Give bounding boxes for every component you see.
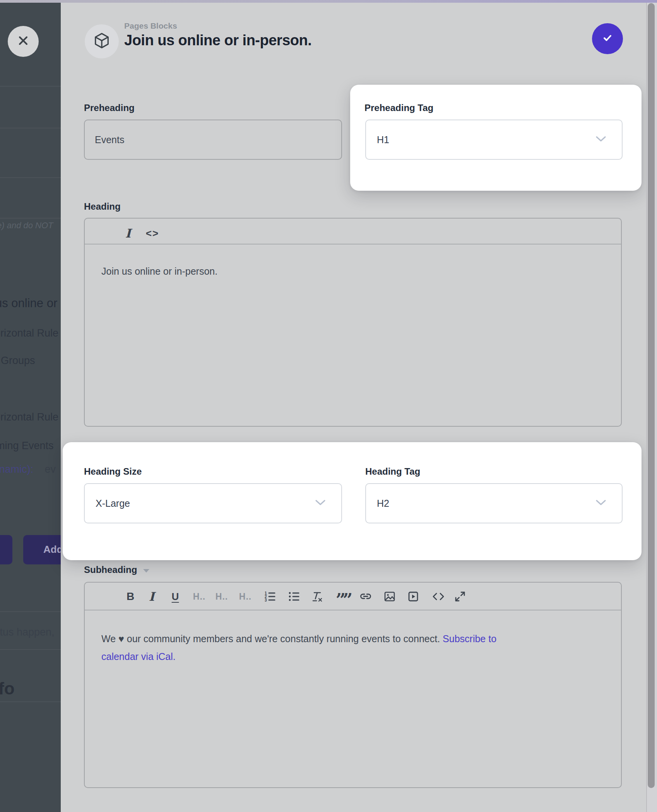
divider <box>0 701 61 702</box>
top-strip <box>0 0 657 3</box>
divider <box>0 611 61 612</box>
heading-size-tag-card: Heading Size X-Large Heading Tag H2 <box>63 442 642 560</box>
blockquote-button[interactable]: ”” <box>336 590 350 603</box>
clipped-text: Groups <box>1 355 35 367</box>
add-button[interactable]: Add <box>23 535 61 564</box>
chevron-down-icon <box>595 136 606 144</box>
heading-tag-label: Heading Tag <box>365 466 420 477</box>
divider <box>0 177 61 178</box>
subheading-label-text: Subheading <box>84 564 137 575</box>
heading-size-value: X-Large <box>96 498 130 509</box>
fullscreen-button[interactable] <box>453 590 467 603</box>
bold-button[interactable]: B <box>123 590 137 603</box>
close-icon <box>17 34 30 49</box>
close-button[interactable] <box>8 26 39 57</box>
subheading-editor-toolbar <box>85 583 621 610</box>
check-icon <box>601 31 614 46</box>
subheading-editor[interactable]: B I U H.. H.. H.. 1 2 3 <box>84 582 622 788</box>
clipped-text: ynamic): ev <box>0 463 56 475</box>
preheading-input[interactable] <box>84 120 342 160</box>
link-button[interactable] <box>359 590 373 603</box>
italic-button[interactable]: I <box>145 590 159 603</box>
divider <box>0 649 61 650</box>
screen: e) and do NOT us online or i orizontal R… <box>0 0 657 812</box>
code-button[interactable] <box>431 590 445 603</box>
subscribe-link-part1: Subscribe to <box>443 633 496 644</box>
subheading-editor-content[interactable]: We ♥ our community members and we're con… <box>101 630 601 665</box>
heading3-button[interactable]: H.. <box>238 590 252 603</box>
chevron-down-icon <box>595 499 606 507</box>
confirm-button[interactable] <box>592 23 623 54</box>
clipped-text: fo <box>0 679 15 698</box>
heading-size-select[interactable]: X-Large <box>84 483 342 523</box>
clipped-text-code: ev <box>45 463 56 475</box>
italic-button[interactable]: I <box>121 226 135 240</box>
caret-down-icon[interactable] <box>142 564 150 575</box>
divider <box>0 218 61 219</box>
clipped-text: ctus happen, <box>0 626 55 638</box>
subscribe-link-part2: calendar via iCal. <box>101 651 176 662</box>
code-button[interactable]: <> <box>145 226 159 240</box>
breadcrumb: Pages Blocks <box>124 21 177 31</box>
image-button[interactable] <box>383 590 397 603</box>
heading-editor[interactable]: I <> Join us online or in-person. <box>84 218 622 427</box>
clipped-text: e) and do NOT <box>0 221 53 231</box>
scrollbar-thumb[interactable] <box>648 3 655 788</box>
underline-button[interactable]: U <box>168 590 182 603</box>
heading-label: Heading <box>84 201 121 212</box>
chevron-down-icon <box>315 499 326 507</box>
divider <box>0 86 61 87</box>
preheading-label: Preheading <box>84 103 135 113</box>
heading-tag-value: H2 <box>377 498 389 509</box>
block-editor-panel: Pages Blocks Join us online or in-person… <box>61 3 646 812</box>
clipped-text-purple: ynamic): <box>0 463 33 475</box>
heading-editor-content[interactable]: Join us online or in-person. <box>101 266 217 277</box>
subheading-text: We ♥ our community members and we're con… <box>101 633 443 644</box>
preheading-tag-label: Preheading Tag <box>364 103 433 113</box>
bullet-list-button[interactable] <box>287 590 301 603</box>
clear-format-button[interactable] <box>310 590 324 603</box>
hidden-button[interactable] <box>0 535 12 564</box>
heading2-button[interactable]: H.. <box>215 590 229 603</box>
clipped-text: ming Events <box>0 440 54 452</box>
cube-icon <box>93 32 111 51</box>
heading-tag-select[interactable]: H2 <box>365 483 623 523</box>
block-icon-badge <box>85 24 119 58</box>
preheading-tag-select[interactable]: H1 <box>365 120 623 160</box>
divider <box>0 128 61 128</box>
clipped-text: us online or i <box>0 296 61 310</box>
heading1-button[interactable]: H.. <box>192 590 206 603</box>
preheading-tag-value: H1 <box>377 134 389 145</box>
ordered-list-button[interactable]: 1 2 3 <box>263 590 277 603</box>
heading-editor-toolbar <box>85 219 621 244</box>
svg-text:3: 3 <box>265 598 267 602</box>
video-button[interactable] <box>406 590 420 603</box>
subheading-label: Subheading <box>84 564 150 575</box>
page-title: Join us online or in-person. <box>124 32 311 49</box>
add-button-label: Add <box>43 544 61 556</box>
clipped-text: orizontal Rule <box>0 411 58 423</box>
preheading-tag-card: Preheading Tag H1 <box>350 85 642 191</box>
clipped-text: orizontal Rule <box>0 327 58 339</box>
background-page: e) and do NOT us online or i orizontal R… <box>0 3 61 812</box>
heading-size-label: Heading Size <box>84 466 142 477</box>
